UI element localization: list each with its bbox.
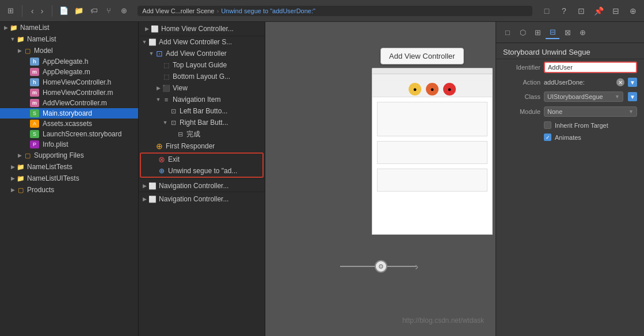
folder-icon: ▢ — [23, 151, 32, 160]
nav-item-icon: ≡ — [162, 95, 171, 104]
pin-icon[interactable]: 📌 — [592, 5, 605, 17]
outline-item-label: Exit — [168, 155, 180, 163]
sidebar-item-label: Supporting Files — [34, 151, 84, 159]
segue-icon: ⊕ — [157, 166, 166, 175]
outline-item-left-bar[interactable]: ⊡ Left Bar Butto... — [139, 105, 265, 117]
class-value-text: UIStoryboardSegue — [547, 93, 603, 100]
outline-item-bottom-layout[interactable]: ⬚ Bottom Layout G... — [139, 71, 265, 82]
outline-item-nav-controller-2[interactable]: ▶ ⬜ Navigation Controller... — [139, 192, 265, 205]
inspector-tab-connections[interactable]: ⊕ — [576, 25, 589, 39]
outline-item-add-vc[interactable]: ▼ ⊡ Add View Controller — [139, 48, 265, 59]
inspector-tab-file[interactable]: □ — [501, 25, 515, 39]
action-dropdown[interactable]: ▼ — [628, 78, 637, 87]
arrow-icon: ▼ — [162, 120, 169, 125]
tag-icon[interactable]: 🏷 — [88, 5, 100, 17]
breadcrumb-scene[interactable]: Add View C...roller Scene — [142, 7, 214, 14]
sidebar-item-label: Model — [34, 47, 53, 55]
breadcrumb-separator: › — [216, 7, 219, 14]
inspector-tab-attributes[interactable]: ⊟ — [546, 25, 559, 39]
sidebar-item-model[interactable]: ▶ ▢ Model — [0, 45, 138, 56]
animates-label: Animates — [555, 134, 581, 141]
identifier-input[interactable] — [544, 62, 637, 73]
inspector-icon[interactable]: □ — [540, 5, 553, 17]
module-select[interactable]: None ▼ — [544, 106, 637, 117]
bar-button-icon: ⊡ — [169, 118, 178, 127]
sidebar-item-label: NameListTests — [27, 163, 73, 171]
sidebar-item-label: Info.plist — [43, 140, 68, 148]
sidebar-item-products[interactable]: ▶ ▢ Products — [0, 184, 138, 196]
action-value-text: addUserDone: — [544, 79, 585, 86]
action-clear-button[interactable]: ✕ — [616, 78, 624, 86]
arrow-icon: ▶ — [141, 183, 148, 189]
sidebar-item-namelistuitests[interactable]: ▶ 📁 NameListUITests — [0, 173, 138, 184]
inspector-tab-size[interactable]: ⊠ — [561, 25, 574, 39]
more-icon[interactable]: ⊕ — [627, 5, 639, 17]
outline-item-right-bar[interactable]: ▼ ⊡ Right Bar Butt... — [139, 117, 265, 128]
arrow-line-1 — [340, 266, 375, 267]
class-more-btn[interactable]: ▼ — [628, 92, 637, 101]
animates-checkbox[interactable]: ✓ — [544, 133, 551, 141]
dot-orange: ● — [426, 83, 439, 96]
sidebar-item-supporting-files[interactable]: ▶ ▢ Supporting Files — [0, 150, 138, 161]
branch-icon[interactable]: ⑂ — [103, 5, 115, 17]
file-icon[interactable]: 📄 — [58, 5, 70, 17]
sidebar-item-label: NameListUITests — [27, 174, 79, 182]
sidebar-item-launchscreen[interactable]: S LaunchScreen.storyboard — [0, 129, 138, 139]
clock-icon[interactable]: ⊕ — [118, 5, 129, 17]
content-area-3 — [377, 169, 487, 192]
class-label: Class — [503, 93, 540, 100]
sidebar-item-homevc-m[interactable]: m HomeViewController.m — [0, 87, 138, 98]
folder-icon[interactable]: 📁 — [73, 5, 85, 17]
panel-icon[interactable]: ⊟ — [609, 5, 622, 17]
outline-item-add-vc-scene[interactable]: ▼ ⬜ Add View Controller S... — [139, 36, 265, 48]
breadcrumb-segue[interactable]: Unwind segue to "addUserDone:" — [221, 7, 315, 14]
arrow-icon: ▶ — [143, 26, 150, 32]
sidebar-item-addvc-m[interactable]: m AddViewController.m — [0, 98, 138, 108]
grid-icon[interactable]: ⊞ — [5, 5, 16, 17]
back-button[interactable]: ‹ — [28, 5, 37, 17]
sidebar-item-appdelegate-m[interactable]: m AppDelegate.m — [0, 67, 138, 77]
inherit-checkbox[interactable] — [544, 121, 551, 129]
sidebar-item-appdelegate-h[interactable]: h AppDelegate.h — [0, 56, 138, 67]
sidebar-item-label: AddViewController.m — [43, 99, 107, 107]
sidebar-item-namelisttests[interactable]: ▶ 📁 NameListTests — [0, 161, 138, 173]
inspector-tab-quick[interactable]: ⬡ — [516, 25, 529, 39]
outline-item-unwind-segue[interactable]: ⊕ Unwind segue to "ad... — [141, 165, 262, 177]
vc-icon: ⬜ — [150, 24, 159, 33]
identifier-label: Identifier — [503, 64, 540, 71]
sidebar-item-infoplist[interactable]: P Info.plist — [0, 139, 138, 150]
sidebar-item-label: Main.storyboard — [43, 109, 92, 117]
sidebar-item-namelist-root[interactable]: ▶ 📁 NameList — [0, 22, 138, 33]
folder-icon: ▢ — [23, 46, 32, 55]
arrow-icon: ▶ — [16, 152, 23, 158]
outline-item-view[interactable]: ▶ ⬛ View — [139, 82, 265, 94]
folder-icon: 📁 — [16, 35, 25, 44]
canvas-area[interactable]: Add View Controller ● ● ● — [265, 22, 496, 336]
class-select[interactable]: UIStoryboardSegue ▼ — [544, 91, 623, 102]
outline-item-home-vc[interactable]: ▶ ⬜ Home View Controller... — [139, 22, 265, 36]
inspector-tab-identity[interactable]: ⊞ — [531, 25, 544, 39]
outline-item-done-button[interactable]: ⊟ 完成 — [139, 128, 265, 140]
outline-item-nav-item[interactable]: ▼ ≡ Navigation Item — [139, 94, 265, 105]
sidebar-item-main-storyboard[interactable]: S Main.storyboard — [0, 108, 138, 119]
content-area-2 — [377, 141, 487, 164]
toolbar-right-icons: □ ? ⊡ 📌 ⊟ ⊕ — [540, 5, 639, 17]
module-label: Module — [503, 108, 540, 115]
share-icon[interactable]: ⊡ — [575, 5, 588, 17]
help-icon[interactable]: ? — [558, 5, 570, 17]
xcassets-icon: A — [30, 120, 39, 128]
vc-icon: ⊡ — [155, 49, 164, 58]
sidebar-item-label: AppDelegate.m — [43, 68, 90, 76]
storyboard-scene-container: ● ● ● — [372, 68, 493, 235]
outline-item-exit[interactable]: ⊗ Exit — [141, 154, 262, 165]
check-icon: ✓ — [546, 135, 550, 140]
dot-red: ● — [443, 83, 456, 96]
sidebar-item-xcassets[interactable]: A Assets.xcassets — [0, 119, 138, 129]
sidebar-item-label: HomeViewController.h — [43, 78, 111, 86]
sidebar-item-homevc-h[interactable]: h HomeViewController.h — [0, 77, 138, 87]
outline-item-first-responder[interactable]: ⊕ First Responder — [139, 140, 265, 152]
outline-item-nav-controller-1[interactable]: ▶ ⬜ Navigation Controller... — [139, 178, 265, 192]
forward-button[interactable]: › — [38, 5, 47, 17]
outline-item-top-layout[interactable]: ⬚ Top Layout Guide — [139, 59, 265, 71]
sidebar-item-namelist-group[interactable]: ▼ 📁 NameList — [0, 33, 138, 45]
